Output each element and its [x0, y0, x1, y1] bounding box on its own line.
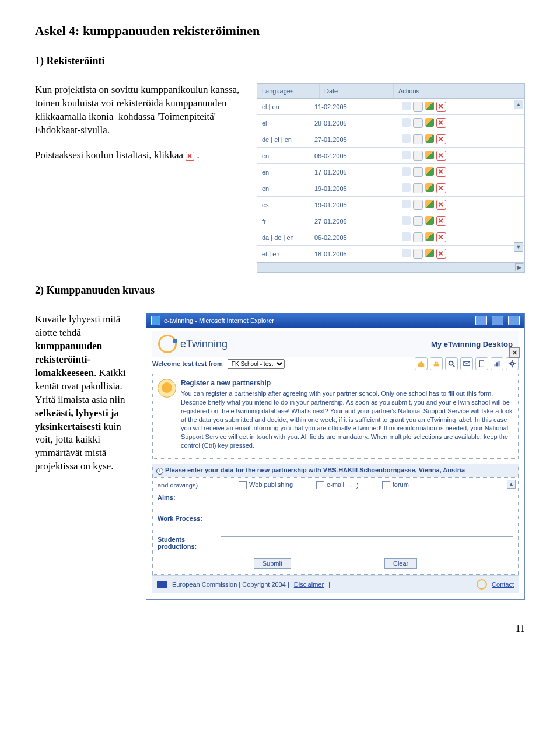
panel-close-icon[interactable]: ✕: [509, 347, 520, 358]
table-header-row: Languages Date Actions: [257, 84, 524, 99]
checkbox-icon[interactable]: [382, 481, 390, 489]
card-icon[interactable]: [413, 249, 423, 259]
info-icon: i: [156, 468, 163, 475]
school-select[interactable]: FK School - test: [228, 359, 285, 369]
table-row: da | de | en06-02.2005: [257, 229, 524, 246]
delete-icon[interactable]: [436, 216, 446, 226]
footer-etwinning: [477, 579, 487, 590]
label-work-process: Work Process:: [158, 515, 216, 522]
disclaimer-link[interactable]: Disclaimer: [294, 581, 324, 588]
delete-icon[interactable]: [436, 167, 446, 177]
comment-icon[interactable]: [402, 200, 411, 208]
comment-icon[interactable]: [402, 151, 411, 159]
form-scroll-up-icon[interactable]: ▲: [507, 480, 516, 489]
table-row: en06-02.2005: [257, 148, 524, 164]
horizontal-scrollbar[interactable]: ▶: [257, 262, 524, 272]
opt-forum[interactable]: forum: [382, 481, 409, 489]
card-icon[interactable]: [413, 102, 423, 112]
scroll-right-icon[interactable]: ▶: [515, 263, 523, 271]
register-intro-box: Register a new partnership You can regis…: [152, 374, 519, 459]
cell-actions: [379, 167, 520, 177]
table-row: de | el | en27-01.2005: [257, 131, 524, 148]
card-icon[interactable]: [413, 134, 423, 144]
heading-description: 2) Kumppanuuden kuvaus: [35, 284, 525, 297]
delete-icon[interactable]: [436, 118, 446, 128]
svg-rect-7: [480, 361, 484, 367]
opt-email[interactable]: e-mail: [316, 481, 344, 489]
card-icon[interactable]: [413, 167, 423, 177]
card-icon[interactable]: [413, 232, 423, 242]
form-body: ▲ and drawings) Web publishing e-mail …)…: [152, 477, 519, 575]
chart-icon[interactable]: [491, 357, 503, 370]
page-footer: European Commission | Copyright 2004 | D…: [152, 575, 519, 593]
cell-actions: [379, 102, 520, 112]
delete-icon[interactable]: [436, 232, 446, 242]
comment-icon[interactable]: [402, 102, 411, 110]
delete-icon[interactable]: [436, 102, 446, 112]
clear-button[interactable]: Clear: [384, 558, 417, 569]
funnel-icon[interactable]: [425, 249, 434, 257]
footer-sep: |: [328, 581, 330, 588]
home-icon[interactable]: [415, 357, 428, 370]
close-icon[interactable]: [508, 316, 520, 325]
delete-icon[interactable]: [436, 134, 446, 144]
footer-text: European Commission | Copyright 2004 |: [172, 581, 289, 588]
students-productions-textarea[interactable]: [220, 536, 513, 553]
funnel-icon[interactable]: [425, 167, 434, 176]
opt-web[interactable]: Web publishing: [239, 481, 293, 489]
options-row: and drawings) Web publishing e-mail …) f…: [228, 481, 513, 489]
gear-icon[interactable]: [506, 357, 519, 370]
checkbox-icon[interactable]: [239, 481, 247, 489]
card-icon[interactable]: [413, 118, 423, 128]
comment-icon[interactable]: [402, 232, 411, 241]
cell-date: 27-01.2005: [314, 136, 379, 143]
contact-link[interactable]: Contact: [492, 581, 514, 588]
comment-icon[interactable]: [402, 134, 411, 143]
table-row: fr27-01.2005: [257, 213, 524, 229]
comment-icon[interactable]: [402, 167, 411, 176]
ie-icon: [151, 316, 160, 325]
minimize-icon[interactable]: [475, 316, 487, 325]
cell-date: 06-02.2005: [314, 234, 379, 241]
doc-icon[interactable]: [475, 357, 488, 370]
card-icon[interactable]: [413, 216, 423, 226]
mail-icon[interactable]: [460, 357, 473, 370]
cell-languages: es: [262, 201, 314, 208]
maximize-icon[interactable]: [492, 316, 503, 325]
delete-icon[interactable]: [436, 183, 446, 193]
ie-titlebar: e-twinning - Microsoft Internet Explorer: [146, 313, 524, 328]
funnel-icon[interactable]: [425, 200, 434, 208]
people-icon[interactable]: [430, 357, 443, 370]
funnel-icon[interactable]: [425, 102, 434, 110]
funnel-icon[interactable]: [425, 134, 434, 143]
scroll-down-icon[interactable]: ▼: [514, 242, 523, 252]
funnel-icon[interactable]: [425, 216, 434, 225]
card-icon[interactable]: [413, 200, 423, 210]
comment-icon[interactable]: [402, 183, 411, 192]
checkbox-icon[interactable]: [316, 481, 324, 489]
cell-date: 27-01.2005: [314, 218, 379, 225]
comment-icon[interactable]: [402, 118, 411, 127]
delete-icon[interactable]: [436, 249, 446, 259]
scroll-up-icon[interactable]: ▲: [514, 100, 523, 109]
register-title: Register a new partnership: [181, 379, 513, 387]
submit-button[interactable]: Submit: [254, 558, 291, 569]
col-languages: Languages: [257, 84, 320, 98]
funnel-icon[interactable]: [425, 118, 434, 127]
delete-icon[interactable]: [436, 200, 446, 210]
funnel-icon[interactable]: [425, 232, 434, 241]
comment-icon[interactable]: [402, 216, 411, 225]
aims-textarea[interactable]: [220, 494, 513, 511]
etwinning-wordmark: eTwinning: [180, 338, 228, 350]
card-icon[interactable]: [413, 183, 423, 193]
delete-icon[interactable]: [436, 151, 446, 161]
funnel-icon[interactable]: [425, 183, 434, 192]
card-icon[interactable]: [413, 151, 423, 161]
desc2-t1: Kuvaile lyhyesti mitä aiotte tehdä: [35, 313, 120, 338]
funnel-icon[interactable]: [425, 151, 434, 159]
search-icon[interactable]: [445, 357, 458, 370]
work-process-textarea[interactable]: [220, 515, 513, 532]
comment-icon[interactable]: [402, 249, 411, 257]
label-students-productions: Students productions:: [158, 536, 216, 550]
form-heading: i Please enter your data for the new par…: [152, 464, 519, 477]
